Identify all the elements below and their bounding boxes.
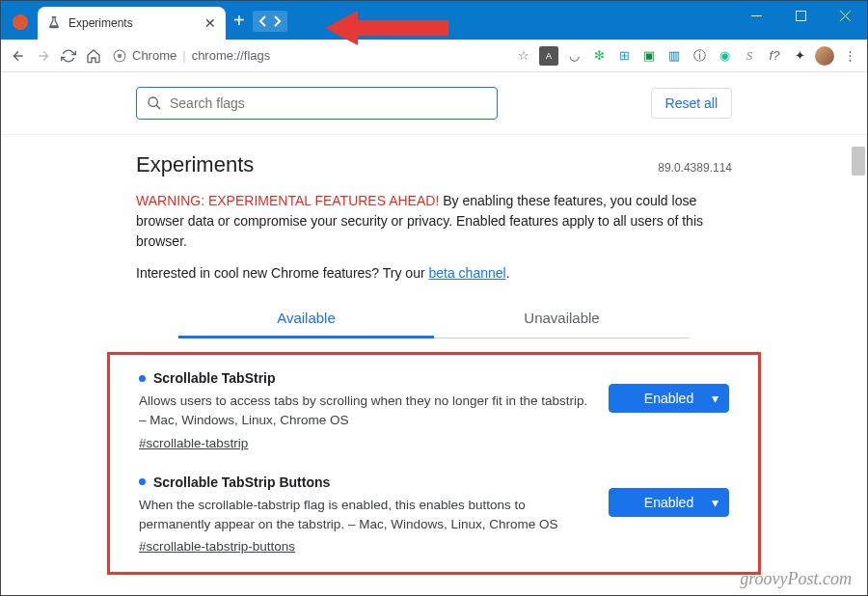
ext-info-icon[interactable]: ⓘ	[690, 46, 709, 66]
browser-tab[interactable]: Experiments ✕	[38, 7, 226, 40]
ext-windows-icon[interactable]: ⊞	[614, 46, 634, 66]
flag-hash-link[interactable]: #scrollable-tabstrip-buttons	[139, 539, 295, 554]
flag-row: Scrollable TabStrip Buttons When the scr…	[139, 474, 729, 555]
flag-state-select[interactable]: Enabled▾	[609, 384, 729, 413]
beta-text: Interested in cool new Chrome features? …	[136, 265, 732, 281]
chrome-icon	[113, 49, 126, 63]
svg-point-5	[149, 97, 157, 106]
tab-unavailable[interactable]: Unavailable	[434, 300, 690, 338]
ext-grammarly-icon[interactable]: ◉	[715, 46, 734, 66]
ext-save-icon[interactable]: ▣	[639, 46, 659, 66]
maximize-button[interactable]	[778, 1, 823, 30]
flag-title: Scrollable TabStrip	[153, 370, 276, 386]
page-title: Experiments	[136, 152, 254, 177]
ext-evernote-icon[interactable]: ❇	[589, 46, 609, 66]
flag-title: Temporarily unexpire M87 flags.	[136, 594, 341, 595]
ext-s-icon[interactable]: S	[740, 46, 759, 66]
new-tab-button[interactable]: +	[233, 10, 245, 32]
browser-brand-icon	[13, 14, 28, 30]
flag-state-select[interactable]: Enabled▾	[609, 488, 729, 517]
omnibox-browser: Chrome	[132, 48, 176, 63]
svg-point-4	[118, 53, 122, 58]
star-icon[interactable]: ☆	[514, 46, 533, 66]
ext-f-icon[interactable]: f?	[765, 46, 784, 66]
flag-title: Scrollable TabStrip Buttons	[153, 474, 330, 490]
extensions-icon[interactable]: ✦	[790, 46, 809, 66]
reload-button[interactable]	[59, 46, 78, 66]
version-label: 89.0.4389.114	[658, 161, 732, 175]
svg-rect-1	[796, 11, 805, 20]
forward-button[interactable]	[34, 46, 53, 66]
scrollbar-thumb[interactable]	[852, 147, 865, 176]
chevron-down-icon: ▾	[712, 391, 719, 406]
highlight-box: Scrollable TabStrip Allows users to acce…	[107, 352, 761, 575]
tab-title: Experiments	[68, 16, 204, 30]
flag-description: Allows users to access tabs by scrolling…	[139, 392, 589, 431]
flask-icon	[47, 16, 61, 30]
profile-avatar[interactable]	[815, 46, 834, 66]
menu-icon[interactable]: ⋮	[840, 46, 859, 66]
flag-row: Scrollable TabStrip Allows users to acce…	[139, 370, 729, 451]
home-button[interactable]	[84, 46, 103, 66]
tab-scroll-handles[interactable]	[253, 11, 287, 32]
flag-row: Temporarily unexpire M87 flags. Temporar…	[136, 594, 732, 595]
close-window-button[interactable]	[823, 1, 867, 30]
modified-dot-icon	[139, 375, 146, 382]
tab-available[interactable]: Available	[178, 300, 434, 339]
omnibox-url: chrome://flags	[192, 48, 271, 63]
beta-channel-link[interactable]: beta channel	[428, 265, 505, 281]
close-tab-icon[interactable]: ✕	[204, 15, 216, 31]
chevron-down-icon: ▾	[712, 495, 719, 510]
warning-text: WARNING: EXPERIMENTAL FEATURES AHEAD! By…	[136, 191, 732, 252]
modified-dot-icon	[139, 478, 146, 485]
browser-toolbar: Chrome | chrome://flags ☆ A ◡ ❇ ⊞ ▣ ▥ ⓘ …	[1, 40, 867, 72]
reset-all-button[interactable]: Reset all	[651, 88, 732, 119]
back-button[interactable]	[9, 46, 28, 66]
ext-pocket-icon[interactable]: ◡	[564, 46, 583, 66]
search-input[interactable]	[170, 95, 487, 111]
flag-description: When the scrollable-tabstrip flag is ena…	[139, 496, 589, 535]
ext-trello-icon[interactable]: ▥	[665, 46, 684, 66]
search-flags-box[interactable]	[136, 87, 498, 120]
svg-rect-0	[751, 15, 762, 16]
omnibox[interactable]: Chrome | chrome://flags	[113, 48, 315, 63]
flag-hash-link[interactable]: #scrollable-tabstrip	[139, 436, 248, 450]
watermark: groovyPost.com	[740, 569, 852, 589]
ext-pdf-icon[interactable]: A	[539, 46, 558, 66]
search-icon	[147, 95, 162, 111]
minimize-button[interactable]	[734, 1, 778, 30]
